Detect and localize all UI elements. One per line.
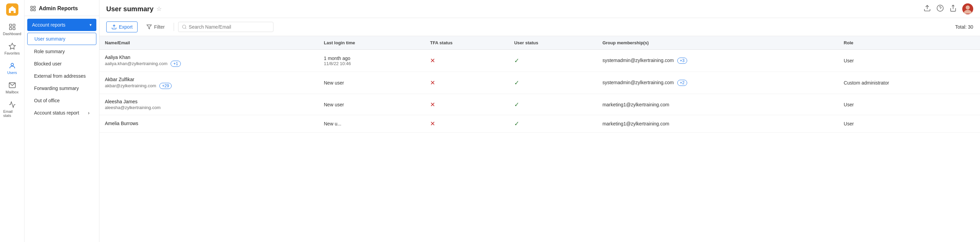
sidebar-label-favorites: Favorites [5,51,20,55]
account-reports-section[interactable]: Account reports ▾ [27,19,96,31]
svg-point-13 [937,5,943,11]
cell-group-membership: marketing1@zylkertraining.com [597,94,838,115]
col-last-login: Last login time [318,36,425,50]
sidebar-item-mailbox[interactable]: Mailbox [2,79,22,97]
check-icon: ✓ [514,101,519,108]
share-icon[interactable] [949,5,957,14]
app-logo [5,3,19,16]
upload-icon[interactable] [923,5,931,14]
cell-role: Custom administrator [838,72,980,94]
cell-role: User [838,115,980,133]
avatar[interactable] [962,3,973,14]
group-badge[interactable]: +2 [677,80,687,86]
section-label: Account reports [32,22,65,27]
table-row: Amelia BurrowsNew u...✕✓marketing1@zylke… [99,115,980,133]
chevron-down-icon: ▾ [89,22,92,27]
cell-tfa-status: ✕ [425,115,509,133]
check-icon: ✓ [514,120,519,127]
cell-last-login: New user [318,72,425,94]
cell-user-status: ✓ [509,72,597,94]
nav-item-out-of-office[interactable]: Out of office [27,95,96,106]
sidebar-item-emailstats[interactable]: Email stats [2,98,22,120]
cell-name-email: Akbar Zulfikarakbar@zylkertraining.com +… [99,72,318,94]
nav-item-forwarding-summary[interactable]: Forwarding summary [27,82,96,94]
svg-marker-5 [9,43,15,49]
help-icon[interactable] [936,5,944,14]
search-input[interactable] [189,24,269,30]
sidebar-item-dashboard[interactable]: Dashboard [2,21,22,38]
svg-rect-9 [34,6,35,8]
cell-tfa-status: ✕ [425,72,509,94]
icon-sidebar: Dashboard Favorites Users Mailbox Email … [0,0,24,242]
check-icon: ✓ [514,57,519,64]
cell-group-membership: marketing1@zylkertraining.com [597,115,838,133]
sidebar-item-favorites[interactable]: Favorites [2,40,22,58]
cell-user-status: ✓ [509,94,597,115]
svg-point-20 [182,25,186,28]
check-icon: ✓ [514,79,519,86]
email-badge[interactable]: +29 [159,83,172,89]
cell-name-email: Aleesha Jamesaleesha@zylkertraining.com [99,94,318,115]
cell-group-membership: systemadmin@zylkertraining.com +2 [597,72,838,94]
total-count: Total: 30 [955,24,973,30]
cross-icon: ✕ [430,120,435,127]
svg-marker-19 [147,25,151,29]
email-badge[interactable]: +1 [170,61,181,67]
table-row: Aaliya Khanaaliya.khan@zylkertraining.co… [99,50,980,72]
cell-user-status: ✓ [509,50,597,72]
toolbar-divider [173,23,174,31]
app-title: Admin Reports [39,5,78,11]
sidebar-item-users[interactable]: Users [2,59,22,77]
cell-name-email: Amelia Burrows [99,115,318,133]
svg-rect-1 [9,24,11,26]
table-row: Aleesha Jamesaleesha@zylkertraining.comN… [99,94,980,115]
cell-tfa-status: ✕ [425,94,509,115]
svg-point-6 [11,63,13,66]
sidebar-label-emailstats: Email stats [3,109,21,118]
cell-tfa-status: ✕ [425,50,509,72]
export-button[interactable]: Export [106,21,138,32]
cross-icon: ✕ [430,79,435,86]
col-user-status: User status [509,36,597,50]
nav-panel: Admin Reports Account reports ▾ User sum… [24,0,99,242]
cell-last-login: New user [318,94,425,115]
sidebar-label-mailbox: Mailbox [6,90,19,94]
main-content: User summary ☆ [99,0,980,242]
cell-user-status: ✓ [509,115,597,133]
toolbar: Export Filter Total: 30 [99,18,980,36]
nav-item-account-status[interactable]: Account status report › [27,107,96,119]
cell-role: User [838,94,980,115]
nav-item-role-summary[interactable]: Role summary [27,46,96,57]
nav-item-blocked-user[interactable]: Blocked user [27,58,96,69]
cross-icon: ✕ [430,57,435,64]
col-tfa-status: TFA status [425,36,509,50]
filter-button[interactable]: Filter [142,22,169,32]
col-role: Role [838,36,980,50]
arrow-right-icon: › [88,110,89,115]
search-box[interactable] [178,22,274,32]
svg-line-21 [185,28,186,29]
user-table: Name/Email Last login time TFA status Us… [99,36,980,133]
col-name-email: Name/Email [99,36,318,50]
page-title: User summary [106,5,154,13]
nav-item-user-summary[interactable]: User summary [27,33,96,45]
star-icon[interactable]: ☆ [156,5,162,13]
cell-last-login: New u... [318,115,425,133]
group-badge[interactable]: +3 [677,58,687,64]
svg-rect-2 [13,24,14,26]
svg-point-17 [966,5,970,10]
top-bar: User summary ☆ [99,0,980,18]
cell-group-membership: systemadmin@zylkertraining.com +3 [597,50,838,72]
nav-item-external-from[interactable]: External from addresses [27,70,96,82]
svg-rect-10 [31,9,32,11]
cell-name-email: Aaliya Khanaaliya.khan@zylkertraining.co… [99,50,318,72]
table-row: Akbar Zulfikarakbar@zylkertraining.com +… [99,72,980,94]
cell-role: User [838,50,980,72]
svg-rect-8 [31,6,32,8]
svg-rect-4 [13,27,14,30]
sidebar-label-users: Users [7,71,17,75]
table-header-row: Name/Email Last login time TFA status Us… [99,36,980,50]
cell-last-login: 1 month ago11/8/22 10:46 [318,50,425,72]
col-group-membership: Group membership(s) [597,36,838,50]
search-icon [182,24,187,30]
